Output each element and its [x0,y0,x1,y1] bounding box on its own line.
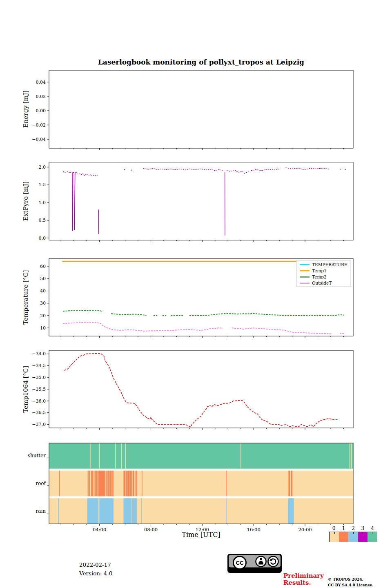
svg-text:−35.5: −35.5 [32,387,46,392]
svg-text:rain: rain [36,508,46,514]
extpyro-chart: 2.01.51.00.50.0 [0,156,392,255]
footer-date: 2022-02-17 [79,561,112,569]
status-chart: shutterroofrain04:0008:0012:0016:0020:00 [0,437,392,539]
temp1064-chart: −34.0−34.5−35.0−35.5−36.0−36.5−37.0 [0,344,392,443]
svg-text:−35.0: −35.0 [32,375,46,380]
svg-text:Temp1: Temp1 [312,268,327,273]
x-axis-label: Time [UTC] [49,531,353,539]
svg-text:20: 20 [40,313,46,318]
svg-text:1.0: 1.0 [39,200,46,205]
cc-by-sa-badge: CC BY SA [227,554,282,573]
svg-text:BY: BY [258,568,264,572]
svg-text:0.04: 0.04 [36,80,46,85]
colorbar-segment [330,532,339,542]
svg-text:60: 60 [40,264,46,269]
colorbar-tick-label: 2 [348,525,358,532]
svg-text:0.02: 0.02 [36,94,46,99]
colorbar: 01234 [329,525,377,542]
svg-text:TEMPERATURE: TEMPERATURE [312,262,347,267]
svg-text:−0.02: −0.02 [32,122,46,128]
energy-chart: 0.040.020.00−0.02−0.04 [0,64,392,163]
colorbar-tick-label: 0 [329,525,339,532]
colorbar-segment [339,532,348,542]
svg-text:0.0: 0.0 [39,236,46,241]
colorbar-segment [348,532,358,542]
svg-text:CC: CC [236,560,244,566]
svg-text:−0.04: −0.04 [32,137,46,142]
svg-text:0.00: 0.00 [36,108,46,114]
svg-text:−37.0: −37.0 [32,422,46,427]
svg-text:30: 30 [40,301,46,306]
copyright-note: © TROPOS 2024. CC BY SA 4.0 License. [328,577,373,588]
svg-text:OutsideT: OutsideT [312,281,332,285]
colorbar-tick-label: 4 [368,525,377,532]
svg-text:−34.5: −34.5 [32,363,46,368]
colorbar-tick-label: 1 [339,525,349,532]
colorbar-tick-label: 3 [358,525,368,532]
preliminary-note: Preliminary Results. [283,572,324,586]
svg-text:50: 50 [40,276,46,281]
cc-icon: CC [234,557,246,569]
svg-text:2.0: 2.0 [39,165,46,170]
footer-date-version: 2022-02-17 Version: 4.0 [79,561,112,578]
colorbar-segment [358,532,368,542]
svg-text:SA: SA [270,568,276,572]
sa-arrow-icon [268,557,278,567]
svg-text:1.5: 1.5 [39,182,46,187]
svg-text:−36.5: −36.5 [32,410,46,415]
figure: Laserlogbook monitoring of pollyxt_tropo… [0,0,392,588]
svg-text:−36.0: −36.0 [32,399,46,404]
svg-text:0.5: 0.5 [39,218,46,223]
svg-text:10: 10 [40,325,46,331]
svg-text:−34.0: −34.0 [32,351,46,356]
svg-text:Temp2: Temp2 [312,274,327,279]
colorbar-labels: 01234 [329,525,377,532]
svg-text:shutter: shutter [28,453,46,459]
svg-text:roof: roof [36,481,46,486]
colorbar-bar [329,532,377,542]
footer-version: Version: 4.0 [79,569,112,578]
temperature-chart: 605040302010TEMPERATURETemp1Temp2Outside… [0,252,392,351]
by-person-icon [256,557,266,567]
svg-text:40: 40 [40,288,46,294]
colorbar-segment [368,532,377,542]
